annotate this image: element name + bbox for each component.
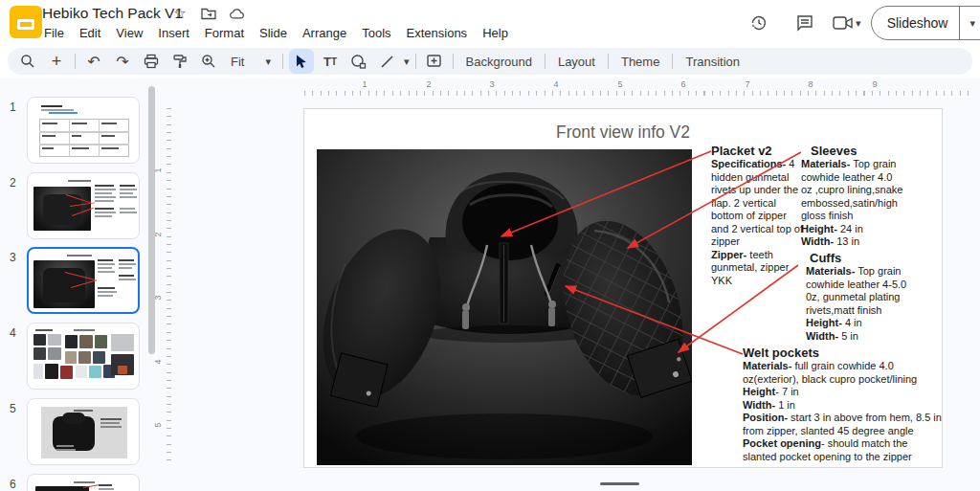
filmstrip-scrollbar[interactable] — [148, 86, 155, 354]
horizontal-ruler: 1 2 3 4 5 6 7 8 9 — [304, 80, 971, 96]
slide-thumbnail-5[interactable] — [27, 398, 140, 465]
toolbar: + ↶ ↷ Fit ▾ TT ▾ Background Layout Theme… — [8, 48, 972, 75]
background-button[interactable]: Background — [457, 52, 541, 72]
slide-thumbnail-3[interactable] — [27, 247, 140, 314]
work-area: 1 2 3 4 5 6 7 8 9 1 2 3 4 5 1 2 3 4 5 6 — [0, 78, 980, 491]
shape-tool-icon[interactable] — [346, 49, 371, 74]
redo-icon[interactable]: ↷ — [110, 49, 135, 74]
annotation-welt-pockets[interactable]: Welt pockets Materials- full grain cowhi… — [743, 346, 942, 463]
add-comment-icon[interactable] — [422, 49, 447, 74]
menu-file[interactable]: File — [36, 24, 72, 42]
slide-number: 2 — [10, 176, 16, 190]
slideshow-caret-icon[interactable]: ▾ — [960, 18, 980, 29]
slideshow-button[interactable]: Slideshow ▾ — [871, 6, 980, 40]
slide-title[interactable]: Front view info V2 — [304, 123, 942, 143]
toolbar-separator — [672, 54, 673, 69]
transition-button[interactable]: Transition — [677, 52, 748, 72]
menu-format[interactable]: Format — [197, 24, 252, 42]
slide-number: 3 — [10, 251, 16, 264]
menu-insert[interactable]: Insert — [150, 24, 197, 42]
zoom-caret-icon: ▾ — [265, 56, 271, 67]
menu-bar: File Edit View Insert Format Slide Arran… — [36, 24, 516, 42]
annotation-placket[interactable]: Placket v2 Specifications- 4 hidden gunm… — [711, 144, 803, 287]
new-slide-plus-icon[interactable]: + — [44, 49, 69, 74]
layout-button[interactable]: Layout — [549, 52, 604, 72]
annotation-cuffs[interactable]: Cuffs Materials- Top grain cowhide leath… — [806, 251, 915, 343]
slide-thumbnail-4[interactable] — [27, 323, 140, 390]
annotation-sleeves[interactable]: Sleeves Materials- Top grain cowhide lea… — [801, 144, 906, 249]
slide-number: 4 — [10, 326, 16, 340]
menu-help[interactable]: Help — [475, 24, 516, 42]
camera-caret-icon[interactable]: ▾ — [856, 18, 861, 29]
menu-slide[interactable]: Slide — [252, 24, 295, 42]
menu-tools[interactable]: Tools — [354, 24, 398, 42]
search-menus-icon[interactable] — [15, 49, 40, 74]
filmstrip: 1 2 3 4 5 6 — [0, 78, 161, 491]
version-history-icon[interactable] — [741, 5, 777, 41]
notes-resize-handle[interactable] — [600, 482, 639, 485]
cloud-status-icon[interactable] — [230, 6, 245, 21]
toolbar-separator — [415, 54, 416, 69]
slide-number: 5 — [10, 402, 16, 415]
undo-icon[interactable]: ↶ — [81, 49, 106, 74]
theme-button[interactable]: Theme — [612, 52, 668, 72]
meet-camera-button[interactable]: ▾ — [833, 15, 861, 31]
menu-arrange[interactable]: Arrange — [295, 24, 354, 42]
move-folder-icon[interactable] — [201, 6, 216, 21]
vertical-ruler: 1 2 3 4 5 — [163, 108, 171, 468]
print-icon[interactable] — [139, 49, 164, 74]
toolbar-separator — [608, 54, 609, 69]
menu-view[interactable]: View — [108, 24, 150, 42]
slide-thumbnail-1[interactable] — [27, 97, 140, 164]
slide-thumbnail-6[interactable] — [27, 474, 140, 491]
document-title[interactable]: Hebiko Tech Pack V1 — [42, 5, 183, 22]
paint-format-icon[interactable] — [167, 49, 192, 74]
line-tool-icon[interactable] — [375, 49, 400, 74]
slide-number: 1 — [10, 100, 16, 114]
slide-number: 6 — [10, 478, 16, 491]
app-header: Hebiko Tech Pack V1 ☆ File Edit View Ins… — [0, 0, 980, 46]
menu-edit[interactable]: Edit — [72, 24, 108, 42]
menu-extensions[interactable]: Extensions — [399, 24, 476, 42]
jacket-image[interactable] — [317, 149, 692, 465]
toolbar-separator — [282, 54, 283, 69]
toolbar-separator — [453, 54, 454, 69]
star-icon[interactable]: ☆ — [172, 6, 188, 21]
slide-canvas[interactable]: Front view info V2 — [303, 108, 943, 468]
slide-thumbnail-2[interactable] — [27, 172, 140, 239]
text-box-tool-icon[interactable]: TT — [318, 49, 343, 74]
toolbar-separator — [75, 54, 76, 69]
zoom-in-icon[interactable] — [196, 49, 221, 74]
toolbar-separator — [545, 54, 546, 69]
select-tool-icon[interactable] — [289, 49, 314, 74]
line-tool-caret-icon[interactable]: ▾ — [404, 56, 410, 67]
zoom-select[interactable]: Fit ▾ — [223, 53, 278, 71]
comment-history-icon[interactable] — [787, 5, 823, 41]
